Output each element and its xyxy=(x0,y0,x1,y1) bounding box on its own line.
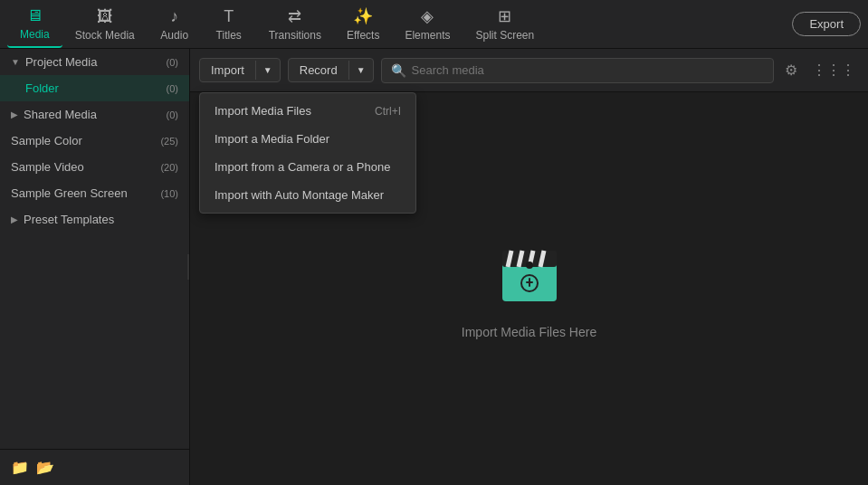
chevron-right-icon: ▶ xyxy=(11,109,18,119)
import-folder-button[interactable]: 📂 xyxy=(36,459,54,476)
nav-item-elements[interactable]: ◈ Elements xyxy=(392,1,463,47)
record-button[interactable]: Record xyxy=(289,59,348,81)
dropdown-item-import-camera[interactable]: Import from a Camera or a Phone xyxy=(200,153,415,181)
toolbar: Import ▼ Record ▼ 🔍 ⚙ ⋮⋮⋮ xyxy=(190,49,868,92)
dropdown-label-import-files: Import Media Files xyxy=(215,104,311,118)
stock-media-icon: 🖼 xyxy=(97,7,113,26)
sidebar-label-project-media: Project Media xyxy=(25,55,97,69)
sidebar-item-sample-green-screen[interactable]: Sample Green Screen (10) xyxy=(0,180,189,206)
nav-item-audio[interactable]: ♪ Audio xyxy=(148,2,202,47)
chevron-right-icon-2: ▶ xyxy=(11,214,18,224)
record-dropdown-arrow[interactable]: ▼ xyxy=(348,61,373,80)
import-button-group: Import ▼ xyxy=(199,58,281,82)
search-box: 🔍 xyxy=(381,58,774,83)
clapperboard-icon xyxy=(493,238,566,310)
sidebar-item-project-media[interactable]: ▼ Project Media (0) xyxy=(0,49,189,75)
dropdown-shortcut-import-files: Ctrl+I xyxy=(375,105,401,118)
media-icon: 🖥 xyxy=(26,6,43,25)
sidebar-label-preset-templates: Preset Templates xyxy=(24,213,114,226)
sidebar-footer: 📁 📂 xyxy=(0,449,189,485)
elements-icon: ◈ xyxy=(421,6,434,26)
sidebar-count-project-media: (0) xyxy=(167,57,178,68)
svg-point-6 xyxy=(526,262,533,269)
nav-item-split-screen[interactable]: ⊞ Split Screen xyxy=(463,1,547,47)
dropdown-label-import-folder: Import a Media Folder xyxy=(215,132,329,146)
sidebar-count-sample-video: (20) xyxy=(160,162,178,173)
import-button[interactable]: Import xyxy=(200,59,255,81)
nav-label-audio: Audio xyxy=(160,29,188,42)
export-button[interactable]: Export xyxy=(792,12,861,36)
sidebar-count-shared-media: (0) xyxy=(167,109,178,120)
nav-label-elements: Elements xyxy=(405,29,450,42)
filter-button[interactable]: ⚙ xyxy=(781,58,801,82)
sidebar-item-shared-media[interactable]: ▶ Shared Media (0) xyxy=(0,101,189,128)
sidebar-item-sample-video[interactable]: Sample Video (20) xyxy=(0,154,189,180)
effects-icon: ✨ xyxy=(353,6,373,26)
sidebar-item-sample-color[interactable]: Sample Color (25) xyxy=(0,128,189,154)
sidebar-item-folder[interactable]: Folder (0) xyxy=(0,75,189,101)
nav-label-titles: Titles xyxy=(216,29,242,42)
sidebar-count-sample-green-screen: (10) xyxy=(160,188,178,199)
nav-item-stock-media[interactable]: 🖼 Stock Media xyxy=(62,2,148,47)
titles-icon: T xyxy=(224,7,234,26)
nav-label-split-screen: Split Screen xyxy=(475,29,534,42)
record-button-group: Record ▼ xyxy=(288,58,374,82)
search-icon: 🔍 xyxy=(391,63,406,78)
sidebar-count-folder: (0) xyxy=(167,83,178,94)
dropdown-label-import-montage: Import with Auto Montage Maker xyxy=(215,188,384,202)
nav-item-transitions[interactable]: ⇄ Transitions xyxy=(256,1,334,47)
grid-view-button[interactable]: ⋮⋮⋮ xyxy=(808,58,859,82)
sidebar-label-sample-green-screen: Sample Green Screen xyxy=(11,186,128,200)
nav-label-media: Media xyxy=(20,28,50,41)
svg-rect-8 xyxy=(529,278,530,287)
dropdown-item-import-folder[interactable]: Import a Media Folder xyxy=(200,125,415,153)
sidebar-label-sample-color: Sample Color xyxy=(11,134,82,147)
sidebar-label-folder: Folder xyxy=(25,81,59,95)
sidebar-item-preset-templates[interactable]: ▶ Preset Templates xyxy=(0,206,189,233)
nav-item-titles[interactable]: T Titles xyxy=(202,2,256,47)
audio-icon: ♪ xyxy=(170,7,178,26)
search-input[interactable] xyxy=(412,63,764,77)
nav-label-transitions: Transitions xyxy=(269,29,321,42)
nav-label-stock-media: Stock Media xyxy=(75,29,135,42)
transitions-icon: ⇄ xyxy=(288,6,301,26)
import-hint-text: Import Media Files Here xyxy=(462,325,596,339)
dropdown-item-import-montage[interactable]: Import with Auto Montage Maker xyxy=(200,181,415,209)
sidebar-count-sample-color: (25) xyxy=(160,136,178,147)
sidebar: ▼ Project Media (0) Folder (0) ▶ Shared … xyxy=(0,49,190,485)
nav-item-media[interactable]: 🖥 Media xyxy=(7,1,62,48)
top-nav: 🖥 Media 🖼 Stock Media ♪ Audio T Titles ⇄… xyxy=(0,0,868,49)
sidebar-label-sample-video: Sample Video xyxy=(11,160,84,174)
split-screen-icon: ⊞ xyxy=(498,6,511,26)
content-area: Import ▼ Record ▼ 🔍 ⚙ ⋮⋮⋮ Import Media F… xyxy=(190,49,868,485)
new-folder-button[interactable]: 📁 xyxy=(11,459,29,476)
dropdown-label-import-camera: Import from a Camera or a Phone xyxy=(215,160,390,174)
sidebar-label-shared-media: Shared Media xyxy=(24,108,97,121)
nav-item-effects[interactable]: ✨ Effects xyxy=(334,1,392,47)
chevron-down-icon: ▼ xyxy=(11,57,20,67)
nav-label-effects: Effects xyxy=(347,29,379,42)
import-dropdown-arrow[interactable]: ▼ xyxy=(255,61,280,80)
import-dropdown-menu: Import Media Files Ctrl+I Import a Media… xyxy=(199,92,416,214)
dropdown-item-import-files[interactable]: Import Media Files Ctrl+I xyxy=(200,97,415,125)
main-area: ▼ Project Media (0) Folder (0) ▶ Shared … xyxy=(0,49,868,485)
